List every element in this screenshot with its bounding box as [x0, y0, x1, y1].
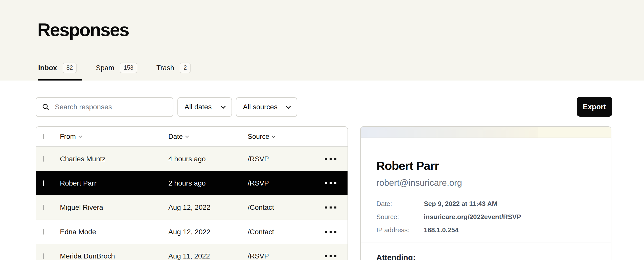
- detail-meta: Date: Sep 9, 2022 at 11:43 AM Source: in…: [376, 200, 595, 234]
- row-actions-button[interactable]: [325, 228, 348, 236]
- column-header-date-label: Date: [168, 133, 183, 141]
- chevron-down-icon: [78, 134, 82, 138]
- tab-inbox[interactable]: Inbox 82: [38, 63, 82, 81]
- chevron-down-icon: [272, 134, 275, 138]
- page-title: Responses: [37, 21, 129, 39]
- row-date: Aug 12, 2022: [168, 203, 248, 212]
- tab-trash[interactable]: Trash 2: [156, 63, 196, 81]
- table-row[interactable]: Charles Muntz 4 hours ago /RSVP: [36, 147, 348, 171]
- tab-inbox-count-badge: 82: [63, 63, 77, 73]
- meta-date-label: Date:: [376, 200, 424, 208]
- export-button[interactable]: Export: [577, 97, 612, 117]
- row-checkbox[interactable]: [43, 253, 44, 259]
- row-from: Robert Parr: [60, 179, 168, 187]
- search-icon: [42, 103, 50, 111]
- tab-spam-label: Spam: [96, 64, 114, 72]
- row-source: /Contact: [248, 228, 325, 236]
- tab-trash-count-badge: 2: [180, 63, 191, 73]
- date-filter-dropdown[interactable]: All dates: [177, 97, 232, 117]
- date-filter-value: All dates: [185, 103, 212, 111]
- search-box: [36, 97, 173, 117]
- row-checkbox[interactable]: [43, 205, 44, 210]
- search-input[interactable]: [55, 103, 167, 111]
- detail-email: robert@insuricare.org: [376, 178, 595, 188]
- column-header-from-label: From: [60, 133, 76, 141]
- row-actions-button[interactable]: [325, 155, 348, 163]
- column-header-source[interactable]: Source: [248, 133, 325, 141]
- meta-source-value: insuricare.org/2022event/RSVP: [424, 213, 521, 221]
- meta-source-label: Source:: [376, 213, 424, 221]
- row-from: Charles Muntz: [60, 155, 168, 163]
- tab-spam[interactable]: Spam 153: [96, 63, 143, 81]
- meta-ip-value: 168.1.0.254: [424, 226, 458, 234]
- tab-inbox-label: Inbox: [38, 64, 57, 72]
- row-checkbox[interactable]: [43, 156, 44, 162]
- meta-ip-label: IP address:: [376, 226, 424, 234]
- source-filter-value: All sources: [243, 103, 278, 111]
- row-date: 2 hours ago: [168, 179, 248, 187]
- page-header: Responses Inbox 82 Spam 153 Trash 2: [0, 0, 644, 81]
- row-checkbox[interactable]: [43, 180, 44, 186]
- row-from: Merida DunBroch: [60, 252, 168, 260]
- column-header-date[interactable]: Date: [168, 133, 248, 141]
- row-from: Miguel Rivera: [60, 203, 168, 212]
- detail-header-band-accent: [538, 127, 611, 138]
- tab-trash-label: Trash: [156, 64, 174, 72]
- row-source: /Contact: [248, 203, 325, 212]
- column-header-source-label: Source: [248, 133, 269, 141]
- tab-spam-count-badge: 153: [120, 63, 137, 73]
- row-source: /RSVP: [248, 252, 325, 260]
- row-from: Edna Mode: [60, 228, 168, 236]
- chevron-down-icon: [221, 104, 226, 109]
- response-detail-panel: Robert Parr robert@insuricare.org Date: …: [360, 126, 611, 260]
- row-actions-button[interactable]: [325, 253, 348, 260]
- row-date: 4 hours ago: [168, 155, 248, 163]
- attending-section-heading: Attending:: [376, 253, 595, 260]
- chevron-down-icon: [286, 104, 291, 109]
- row-date: Aug 12, 2022: [168, 228, 248, 236]
- meta-date-value: Sep 9, 2022 at 11:43 AM: [424, 200, 497, 208]
- row-source: /RSVP: [248, 155, 325, 163]
- row-source: /RSVP: [248, 179, 325, 187]
- table-header-row: From Date Source: [36, 127, 348, 147]
- responses-table: From Date Source Charles Muntz 4 hours a…: [36, 126, 348, 260]
- column-header-from[interactable]: From: [60, 133, 168, 141]
- table-row[interactable]: Merida DunBroch Aug 11, 2022 /RSVP: [36, 244, 348, 260]
- row-actions-button[interactable]: [325, 180, 348, 187]
- table-row-selected[interactable]: Robert Parr 2 hours ago /RSVP: [36, 171, 348, 195]
- table-row[interactable]: Edna Mode Aug 12, 2022 /Contact: [36, 220, 348, 244]
- detail-name: Robert Parr: [376, 159, 595, 173]
- row-actions-button[interactable]: [325, 204, 348, 211]
- row-checkbox[interactable]: [43, 229, 44, 235]
- chevron-down-icon: [185, 134, 189, 138]
- row-date: Aug 11, 2022: [168, 252, 248, 260]
- detail-divider: [361, 243, 611, 243]
- tab-bar: Inbox 82 Spam 153 Trash 2: [38, 63, 196, 81]
- table-row[interactable]: Miguel Rivera Aug 12, 2022 /Contact: [36, 195, 348, 220]
- select-all-checkbox[interactable]: [43, 134, 44, 139]
- detail-header-band: [361, 127, 611, 138]
- source-filter-dropdown[interactable]: All sources: [236, 97, 297, 117]
